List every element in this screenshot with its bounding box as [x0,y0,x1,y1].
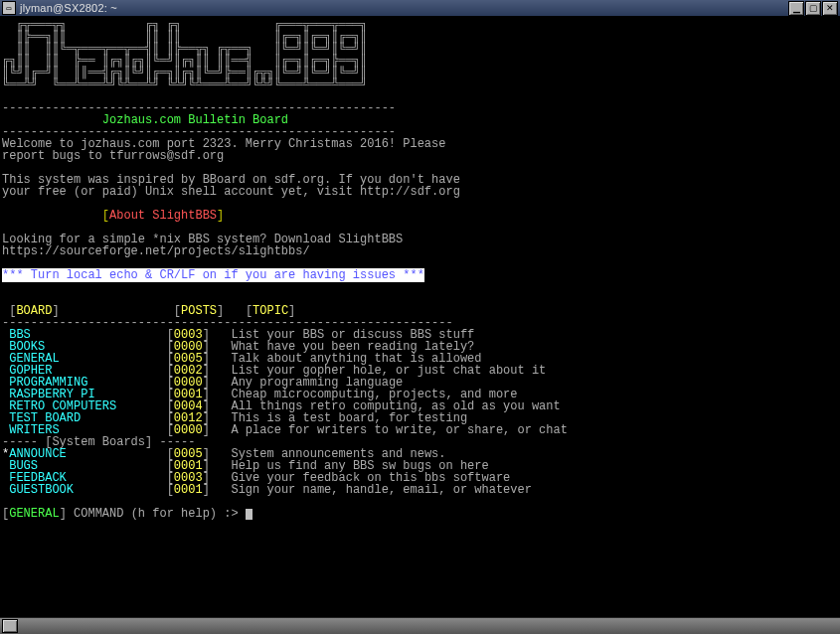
window-title: jlyman@SX2802: ~ [20,2,117,14]
system-board-name[interactable]: GUESTBOOK [9,483,166,497]
inspired-text: your free (or paid) Unix shell account y… [2,185,460,199]
taskbar-button[interactable] [2,619,18,633]
about-bracket: ] [217,209,224,223]
echo-notice: *** Turn local echo & CR/LF on if you ar… [2,268,424,282]
logo-line: ╚══╩╝ ╚══╩═══╩╝╚╩══╩╝ ╚╩╝╚╩═══╩══╝╚╩╝╚══… [2,79,838,90]
close-button[interactable]: ✕ [822,1,838,16]
cursor[interactable] [246,509,252,520]
taskbar [0,617,840,634]
minimize-button[interactable]: ▁ [788,1,804,16]
prompt-text: COMMAND (h for help) :> [67,507,246,521]
slightbbs-text: https://sourceforge.net/projects/slightb… [2,244,310,258]
about-bracket: [ [102,209,109,223]
about-heading: About SlightBBS [109,209,217,223]
board-topic: A place for writers to write, or share, … [231,423,567,437]
welcome-text: report bugs to tfurrows@sdf.org [2,149,224,163]
terminal-output[interactable]: ╔╦═══╦╗ ╔╗ ╔╗ ╔═══╦═══╦═══╗ ║╠══╗║║ ║║ ║… [0,17,840,617]
maximize-button[interactable]: ▢ [805,1,821,16]
prompt-context: GENERAL [9,507,59,521]
window-titlebar: ▭ jlyman@SX2802: ~ ▁ ▢ ✕ [0,0,840,17]
board-topic: Sign your name, handle, email, or whatev… [231,483,531,497]
board-posts: 0001 [174,483,203,497]
system-menu-icon[interactable]: ▭ [2,1,16,15]
